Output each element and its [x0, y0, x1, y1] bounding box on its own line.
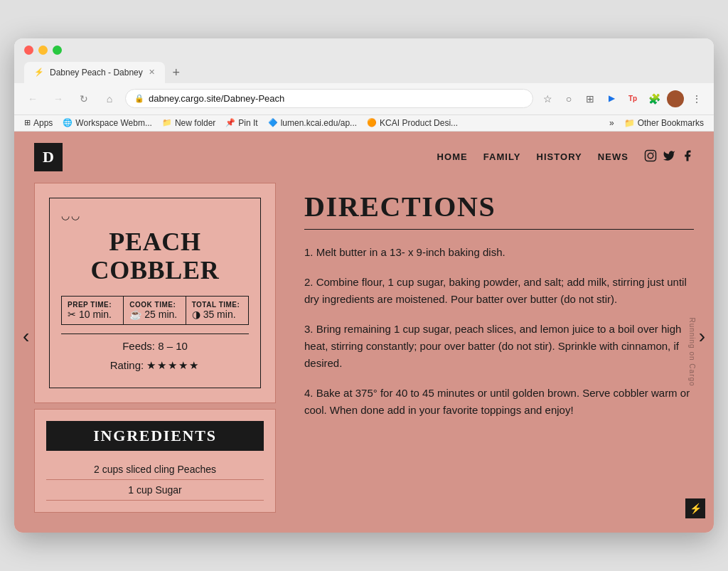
lumen-icon: 🔷	[268, 118, 278, 127]
active-tab[interactable]: ⚡ Dabney Peach - Dabney ✕	[24, 62, 165, 83]
nav-family[interactable]: FAMILY	[483, 151, 521, 162]
more-options-icon[interactable]: ⋮	[688, 90, 705, 107]
title-line2: COBBLER	[90, 256, 219, 284]
bookmark-kcai-label: KCAI Product Desi...	[380, 118, 458, 128]
directions-title: DIRECTIONS	[304, 190, 694, 223]
bookmarks-overflow: » 📁 Other Bookmarks	[609, 118, 704, 128]
recipe-title: PEACH COBBLER	[61, 228, 249, 284]
other-bookmarks-label: Other Bookmarks	[638, 118, 704, 128]
webpage-content: D HOME FAMILY HISTORY NEWS	[14, 132, 714, 533]
close-button[interactable]	[24, 46, 33, 55]
avatar-icon[interactable]	[667, 90, 684, 107]
directions-column: DIRECTIONS 1. Melt butter in a 13- x 9-i…	[304, 183, 694, 432]
cook-label: COOK TIME:	[129, 301, 179, 309]
extensions-icon[interactable]: ⊞	[582, 90, 599, 107]
total-value: ◑ 35 min.	[192, 309, 242, 320]
feeds-label: Feeds:	[122, 340, 155, 352]
bookmark-apps-label: Apps	[33, 118, 53, 128]
recipe-card: ◡◡ PEACH COBBLER PREP TIME: ✂ 10 min.	[34, 183, 276, 403]
maximize-button[interactable]	[53, 46, 62, 55]
bookmark-kcai[interactable]: 🟠 KCAI Product Desi...	[367, 118, 458, 128]
site-nav: D HOME FAMILY HISTORY NEWS	[14, 132, 714, 183]
forward-button[interactable]: →	[48, 89, 68, 109]
title-line1: PEACH	[109, 228, 201, 256]
rating-row: Rating: ★★★★★	[61, 355, 249, 376]
feeds-value: 8 – 10	[158, 340, 188, 352]
next-arrow[interactable]: ›	[699, 325, 705, 348]
bookmark-lumen[interactable]: 🔷 lumen.kcai.edu/ap...	[268, 118, 357, 128]
twitter-icon[interactable]	[663, 149, 675, 165]
url-text: dabney.cargo.site/Dabney-Peach	[149, 93, 524, 104]
workspace-icon: 🌐	[63, 118, 73, 127]
meet-icon[interactable]: ▶	[603, 90, 620, 107]
prep-time: 10 min.	[79, 309, 112, 320]
facebook-icon[interactable]	[681, 149, 694, 165]
direction-step-3: 3. Bring remaining 1 cup sugar, peach sl…	[304, 321, 694, 372]
traffic-lights	[24, 46, 704, 55]
ingredient-item-2: 1 cup Sugar	[46, 480, 264, 501]
refresh-button[interactable]: ↻	[74, 89, 94, 109]
overflow-button[interactable]: »	[609, 118, 614, 128]
site-logo[interactable]: D	[34, 143, 63, 171]
tp-icon[interactable]: Tp	[624, 90, 641, 107]
card-symbols: ◡◡	[61, 210, 249, 221]
direction-step-4: 4. Bake at 375° for 40 to 45 minutes or …	[304, 385, 694, 419]
cook-time-cell: COOK TIME: ☕ 25 min.	[124, 297, 186, 324]
tabs-bar: ⚡ Dabney Peach - Dabney ✕ +	[24, 62, 704, 83]
home-button[interactable]: ⌂	[100, 89, 119, 109]
other-bookmarks[interactable]: 📁 Other Bookmarks	[624, 118, 704, 128]
bookmark-new-folder[interactable]: 📁 New folder	[162, 118, 215, 128]
back-button[interactable]: ←	[23, 89, 43, 109]
stars: ★★★★★	[146, 359, 200, 371]
directions-divider	[304, 229, 694, 230]
prep-label: PREP TIME:	[68, 301, 117, 309]
bookmark-workspace-label: Workspace Webm...	[75, 118, 152, 128]
apps-icon: ⊞	[24, 118, 31, 127]
browser-window: ⚡ Dabney Peach - Dabney ✕ + ← → ↻ ⌂ 🔒 da…	[14, 38, 714, 533]
svg-point-2	[653, 152, 654, 154]
card-inner: ◡◡ PEACH COBBLER PREP TIME: ✂ 10 min.	[49, 198, 261, 388]
address-input[interactable]: 🔒 dabney.cargo.site/Dabney-Peach	[125, 89, 533, 108]
total-time-cell: TOTAL TIME: ◑ 35 min.	[186, 297, 248, 324]
ingredient-item-1: 2 cups sliced cling Peaches	[46, 459, 264, 480]
prep-icon: ✂	[68, 309, 76, 320]
cargo-bolt-icon[interactable]: ⚡	[685, 498, 705, 518]
main-content: ◡◡ PEACH COBBLER PREP TIME: ✂ 10 min.	[14, 183, 714, 533]
social-icons	[644, 149, 694, 165]
prep-time-cell: PREP TIME: ✂ 10 min.	[62, 297, 124, 324]
bookmark-pinit[interactable]: 📌 Pin It	[225, 118, 257, 128]
minimize-button[interactable]	[38, 46, 48, 55]
search-icon[interactable]: ○	[560, 90, 577, 107]
kcai-icon: 🟠	[367, 118, 377, 127]
address-bar-row: ← → ↻ ⌂ 🔒 dabney.cargo.site/Dabney-Peach…	[14, 83, 714, 115]
star-icon[interactable]: ☆	[539, 90, 556, 107]
prep-value: ✂ 10 min.	[68, 309, 117, 320]
nav-home[interactable]: HOME	[437, 151, 468, 162]
bookmarks-bar: ⊞ Apps 🌐 Workspace Webm... 📁 New folder …	[14, 115, 714, 132]
direction-step-1: 1. Melt butter in a 13- x 9-inch baking …	[304, 244, 694, 261]
left-column: ◡◡ PEACH COBBLER PREP TIME: ✂ 10 min.	[34, 183, 276, 513]
cook-time: 25 min.	[144, 309, 177, 320]
prev-arrow[interactable]: ‹	[23, 325, 29, 348]
cargo-badge: Running on Cargo	[688, 318, 696, 387]
bookmark-lumen-label: lumen.kcai.edu/ap...	[281, 118, 357, 128]
other-bookmarks-folder-icon: 📁	[624, 118, 635, 128]
feeds-row: Feeds: 8 – 10	[61, 333, 249, 355]
nav-news[interactable]: NEWS	[598, 151, 628, 162]
bookmark-apps[interactable]: ⊞ Apps	[24, 118, 53, 128]
tab-close-button[interactable]: ✕	[149, 68, 155, 77]
direction-step-2: 2. Combine flour, 1 cup sugar, baking po…	[304, 274, 694, 308]
pinit-icon: 📌	[225, 118, 235, 127]
nav-history[interactable]: HISTORY	[536, 151, 582, 162]
instagram-icon[interactable]	[644, 149, 657, 165]
puzzle-icon[interactable]: 🧩	[646, 90, 663, 107]
bookmark-folder-label: New folder	[175, 118, 215, 128]
rating-label: Rating:	[110, 359, 144, 371]
new-tab-button[interactable]: +	[166, 63, 186, 83]
total-label: TOTAL TIME:	[192, 301, 242, 309]
total-icon: ◑	[192, 309, 200, 320]
total-time: 35 min.	[203, 309, 236, 320]
site-nav-links: HOME FAMILY HISTORY NEWS	[437, 149, 694, 165]
bookmark-workspace[interactable]: 🌐 Workspace Webm...	[63, 118, 152, 128]
svg-rect-0	[646, 150, 656, 161]
